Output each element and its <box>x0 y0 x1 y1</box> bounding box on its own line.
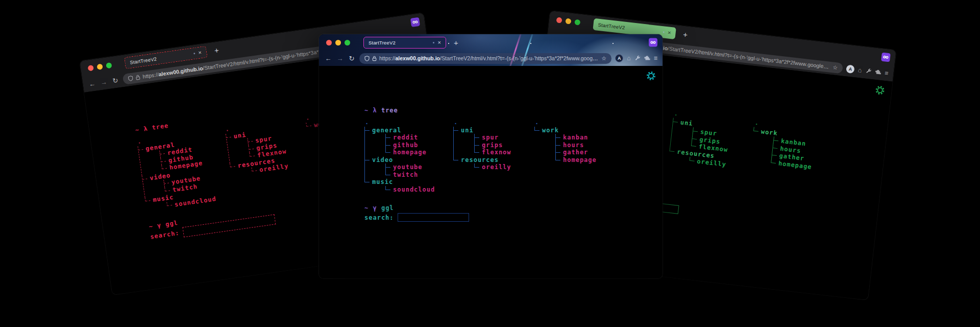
tree-link-spur[interactable]: spur <box>474 134 511 142</box>
close-window-button[interactable] <box>326 40 332 45</box>
traffic-lights[interactable] <box>556 17 581 25</box>
firefox-mask-badge-icon[interactable] <box>649 38 657 47</box>
tree-link-github[interactable]: github <box>385 142 435 149</box>
tree-link-youtube[interactable]: youtube <box>385 164 435 171</box>
new-tab-button[interactable]: + <box>683 30 689 39</box>
firefox-mask-badge-icon[interactable] <box>881 53 891 62</box>
forward-icon[interactable]: → <box>336 55 344 62</box>
tree-category-work: workkanbanhoursgatherhomepage <box>750 127 816 171</box>
tree-link-homepage[interactable]: homepage <box>385 149 435 156</box>
tab-favicon-dot <box>433 42 434 43</box>
tab-close-icon[interactable]: × <box>667 29 671 36</box>
zoom-window-button[interactable] <box>345 40 350 45</box>
tree-root-dot: . <box>534 119 597 127</box>
category-label: video <box>372 156 393 164</box>
account-icon[interactable]: A <box>615 54 623 62</box>
tree-category-resources: resourcesoreilly <box>453 156 511 171</box>
tree-link-grips[interactable]: grips <box>474 142 511 149</box>
tree-column: .unispurgripsflexnowresourcesoreilly <box>668 110 731 169</box>
wrench-icon[interactable] <box>865 68 872 75</box>
tree-category-music: musicsoundcloud <box>364 178 435 193</box>
category-label: general <box>372 127 402 134</box>
url-bar[interactable]: https://alexw00.github.io/StartTreeV2/ht… <box>359 53 611 64</box>
search-input[interactable] <box>398 213 469 222</box>
tree-section-header: ~ λ tree <box>364 107 398 114</box>
close-window-button[interactable] <box>87 64 93 71</box>
menu-hamburger-icon[interactable]: ≡ <box>884 69 889 77</box>
navigation-toolbar: ← → ↻ https://alexw00.github.io/StartTre… <box>319 51 663 66</box>
tab-favicon-dot <box>193 52 195 54</box>
category-label: uni <box>233 131 247 139</box>
search-input[interactable] <box>182 214 276 237</box>
tree-category-video: videoyoutubetwitch <box>364 156 435 179</box>
minimize-window-button[interactable] <box>96 63 103 69</box>
tree-category-uni: unispurgripsflexnow <box>453 127 511 156</box>
shield-icon <box>364 56 370 61</box>
category-label: uni <box>461 127 474 134</box>
back-icon[interactable]: ← <box>324 55 332 62</box>
back-icon[interactable]: ← <box>88 79 97 88</box>
tree-section-header: ~ λ tree <box>135 122 169 134</box>
settings-gear-icon[interactable] <box>875 85 886 96</box>
zoom-window-button[interactable] <box>574 19 580 25</box>
search-row: search: <box>150 214 276 242</box>
bookmark-star-icon[interactable]: ☆ <box>832 64 838 71</box>
traffic-lights[interactable] <box>326 40 350 45</box>
gamma-symbol: γ <box>157 221 166 229</box>
tree-link-kanban[interactable]: kanban <box>555 134 597 142</box>
tab-close-icon[interactable]: × <box>198 49 202 56</box>
minimize-window-button[interactable] <box>335 40 341 45</box>
category-label: resources <box>461 156 499 164</box>
lock-icon <box>135 74 140 80</box>
tree-link-oreilly[interactable]: oreilly <box>474 164 511 171</box>
tree-category-work: workkanbanhoursgatherhomepage <box>534 127 597 164</box>
close-window-button[interactable] <box>556 17 562 23</box>
tab-close-icon[interactable]: × <box>437 39 441 45</box>
bookmark-star-icon[interactable]: ☆ <box>601 55 606 62</box>
extensions-icon[interactable] <box>644 55 650 61</box>
tree-root-dot: . <box>364 119 435 127</box>
home-icon[interactable]: ⌂ <box>627 55 631 62</box>
tab-title: StartTreeV2 <box>369 40 430 45</box>
tree-column: .generalredditgithubhomepagevideoyoutube… <box>364 119 435 193</box>
firefox-mask-badge-icon[interactable] <box>410 17 420 27</box>
tree-link-gather[interactable]: gather <box>555 149 597 156</box>
new-tab-button[interactable]: + <box>214 45 219 55</box>
browser-tab[interactable]: StartTreeV2 × <box>363 37 446 49</box>
home-icon[interactable]: ⌂ <box>857 66 862 74</box>
tree-link-homepage[interactable]: homepage <box>555 156 597 164</box>
gamma-symbol: γ <box>373 204 381 212</box>
traffic-lights[interactable] <box>87 62 112 71</box>
tree-link-flexnow[interactable]: flexnow <box>474 149 511 156</box>
tree-link-soundcloud[interactable]: soundcloud <box>385 186 435 194</box>
wrench-icon[interactable] <box>634 55 641 61</box>
tree-column: .workkanbanhoursgatherhomepage <box>534 119 597 164</box>
tab-title: StartTreeV2 <box>598 21 660 34</box>
url-text: https://alexw00.github.io/StartTreeV2/ht… <box>379 55 599 61</box>
browser-window-center: StartTreeV2 × + ← → ↻ https://alexw00.gi… <box>319 34 663 278</box>
zoom-window-button[interactable] <box>106 62 112 68</box>
category-label: work <box>761 128 778 137</box>
tree-link-twitch[interactable]: twitch <box>385 171 435 179</box>
forward-icon[interactable]: → <box>99 78 108 86</box>
settings-gear-icon[interactable] <box>646 71 656 81</box>
tree-column: .workkanbanhoursgatherhomepage <box>750 120 817 171</box>
new-tab-button[interactable]: + <box>454 38 458 47</box>
search-row: search: <box>364 213 469 222</box>
tree-column: .generalredditgithubhomepagevideoyoutube… <box>136 129 216 212</box>
menu-hamburger-icon[interactable]: ≡ <box>654 55 657 62</box>
desktop: StartTreeV2 × + ← → ↻ https://alexw00.gi… <box>0 0 980 327</box>
reload-icon[interactable]: ↻ <box>111 76 120 85</box>
category-label: music <box>372 178 393 185</box>
reload-icon[interactable]: ↻ <box>348 55 356 62</box>
extensions-icon[interactable] <box>875 69 881 76</box>
search-label: search: <box>364 214 394 221</box>
ggl-command: ggl <box>165 219 178 228</box>
minimize-window-button[interactable] <box>565 18 571 24</box>
tree-link-hours[interactable]: hours <box>555 142 597 149</box>
tree-category-general: generalredditgithubhomepage <box>364 127 435 156</box>
account-icon[interactable]: A <box>846 64 855 74</box>
search-section-header: ~ γ ggl <box>364 204 394 212</box>
tree-root-dot: . <box>453 119 511 127</box>
tree-link-reddit[interactable]: reddit <box>385 134 435 142</box>
